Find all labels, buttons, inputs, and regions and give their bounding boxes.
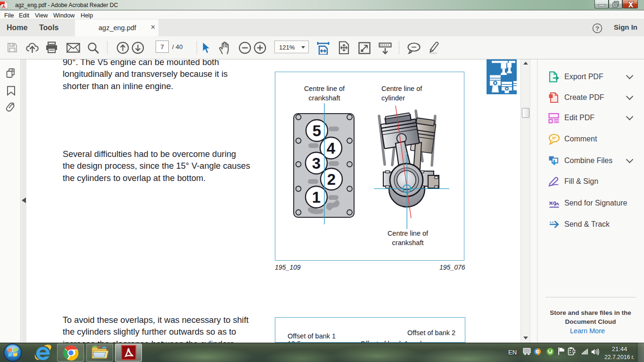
- svg-text:3: 3: [312, 155, 321, 172]
- svg-text:4: 4: [327, 140, 336, 157]
- svg-text:?: ?: [595, 25, 599, 32]
- svg-text:1: 1: [312, 189, 321, 206]
- svg-text:5: 5: [313, 122, 321, 140]
- svg-text:2: 2: [327, 171, 336, 188]
